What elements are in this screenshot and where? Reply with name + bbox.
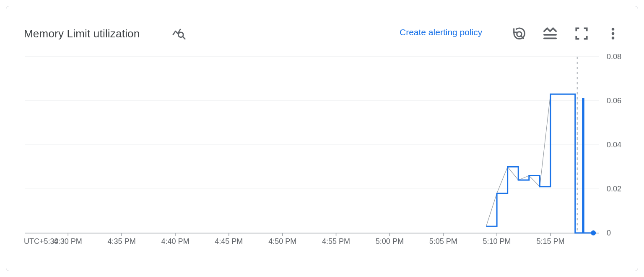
- y-tick-label: 0.04: [607, 141, 621, 149]
- x-tick-label: 4:40 PM: [161, 237, 189, 246]
- chart-title: Memory Limit utilization: [24, 27, 140, 40]
- svg-point-6: [612, 28, 615, 31]
- svg-line-1: [183, 37, 185, 39]
- y-axis-labels: 00.020.040.060.08: [601, 57, 630, 233]
- more-options-icon[interactable]: [606, 26, 620, 41]
- chart-plot-area[interactable]: [25, 57, 599, 233]
- svg-point-7: [612, 32, 615, 35]
- y-tick-label: 0.02: [607, 185, 621, 193]
- x-tick-label: 5:15 PM: [536, 237, 564, 246]
- y-tick-label: 0.08: [607, 52, 621, 61]
- x-tick-label: 4:55 PM: [322, 237, 350, 246]
- y-tick-label: 0: [607, 229, 611, 238]
- reset-zoom-icon[interactable]: [512, 26, 526, 41]
- legend-toggle-icon[interactable]: [543, 26, 557, 41]
- svg-point-25: [591, 230, 596, 235]
- timezone-label: UTC+5:30: [24, 237, 59, 246]
- create-alerting-policy-link[interactable]: Create alerting policy: [400, 27, 482, 37]
- chart-header: Memory Limit utilization Create alerting…: [6, 6, 638, 48]
- svg-point-8: [612, 37, 615, 39]
- x-tick-label: 5:00 PM: [376, 237, 404, 246]
- x-tick-label: 4:35 PM: [108, 237, 136, 246]
- fullscreen-icon[interactable]: [574, 26, 589, 41]
- x-tick-label: 5:05 PM: [429, 237, 457, 246]
- x-tick-label: 4:30 PM: [54, 237, 82, 246]
- chart-card: Memory Limit utilization Create alerting…: [6, 6, 638, 271]
- x-tick-label: 5:10 PM: [483, 237, 511, 246]
- y-tick-label: 0.06: [607, 97, 621, 105]
- x-tick-label: 4:45 PM: [215, 237, 243, 246]
- x-tick-label: 4:50 PM: [268, 237, 296, 246]
- explore-metrics-icon[interactable]: [172, 26, 186, 41]
